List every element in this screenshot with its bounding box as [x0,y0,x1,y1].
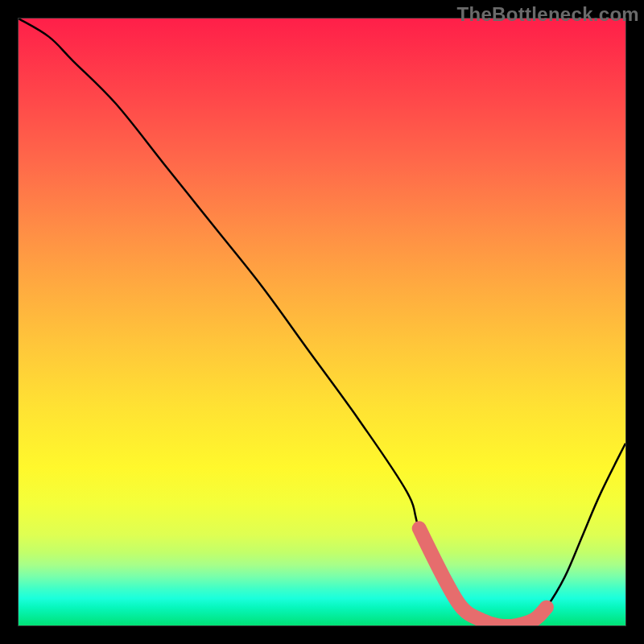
bottleneck-curve [19,19,625,625]
watermark-text: TheBottleneck.com [457,3,639,26]
highlight-segment [419,528,547,625]
curve-path [19,19,625,625]
chart-container: TheBottleneck.com [0,0,644,644]
plot-area [18,18,626,626]
